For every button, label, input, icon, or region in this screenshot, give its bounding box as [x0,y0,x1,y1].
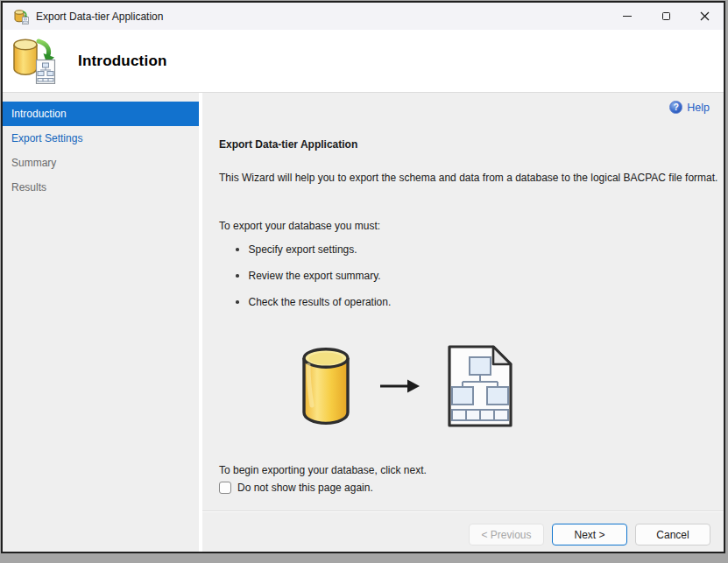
help-icon: ? [669,101,682,114]
cancel-button[interactable]: Cancel [635,524,710,545]
wizard-steps-sidebar: Introduction Export Settings Summary Res… [3,93,199,552]
list-item: Check the results of operation. [236,296,391,322]
bullet-icon [236,274,239,278]
wizard-window: Export Data-tier Application [1,1,725,553]
maximize-button[interactable] [647,3,685,30]
database-cylinder-icon [300,346,351,426]
bullet-icon [236,248,239,251]
closing-text: To begin exporting your database, click … [219,464,427,476]
export-data-tier-icon [11,37,57,84]
window-controls [608,3,724,30]
footer-buttons: < Previous Next > Cancel [469,524,710,545]
maximize-icon [662,12,670,20]
page-title: Introduction [78,53,167,70]
window-title: Export Data-tier Application [36,11,608,23]
list-item-label: Check the results of operation. [249,296,392,308]
minimize-button[interactable] [608,3,647,30]
bacpac-file-icon [445,343,515,429]
list-item-label: Specify export settings. [249,243,357,256]
checkbox-label: Do not show this page again. [237,482,373,494]
sidebar-item-export-settings[interactable]: Export Settings [3,126,199,151]
arrow-right-icon [379,377,421,395]
close-icon [700,11,710,21]
next-button[interactable]: Next > [552,524,627,545]
list-item: Review the export summary. [236,270,391,296]
bullet-icon [236,300,239,304]
minimize-icon [623,16,632,17]
steps-intro-text: To export your database you must: [219,220,380,232]
app-database-export-icon [13,9,29,25]
sidebar-item-introduction[interactable]: Introduction [3,102,199,126]
list-item: Specify export settings. [236,243,391,270]
close-button[interactable] [685,3,724,30]
previous-button[interactable]: < Previous [469,524,544,545]
help-label: Help [687,102,710,114]
content-panel: ? Help Export Data-tier Application This… [202,93,724,552]
footer-separator [202,510,724,512]
content-heading: Export Data-tier Application [219,138,357,151]
list-item-label: Review the export summary. [249,270,381,282]
wizard-header: Introduction [3,30,724,93]
export-illustration [300,343,515,429]
requirements-list: Specify export settings. Review the expo… [236,243,391,322]
dont-show-again-row[interactable]: Do not show this page again. [219,482,373,494]
help-link[interactable]: ? Help [669,101,710,114]
sidebar-item-results[interactable]: Results [3,175,199,200]
sidebar-item-summary[interactable]: Summary [3,151,199,175]
title-bar[interactable]: Export Data-tier Application [3,3,724,30]
checkbox-unchecked-icon[interactable] [219,482,231,494]
intro-paragraph: This Wizard will help you to export the … [219,170,720,186]
